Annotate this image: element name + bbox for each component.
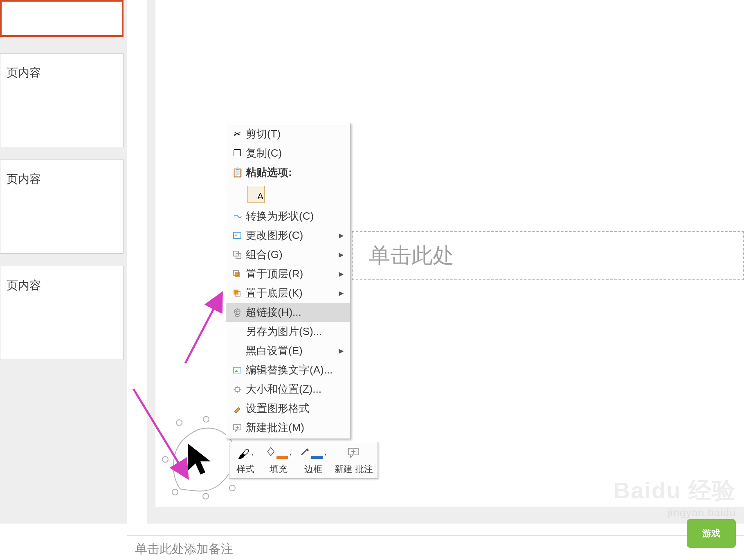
svg-point-9 [235,314,239,316]
thumbnail-text: 页内容 [4,167,43,191]
menu-copy[interactable]: ❐ 复制(C) [226,144,350,163]
shape-handle[interactable] [203,416,209,423]
scissors-icon: ✂ [229,129,246,139]
paste-text-icon: A [247,186,265,203]
menu-change-graphic[interactable]: 更改图形(C) ▶ [226,226,350,245]
svg-rect-12 [235,387,239,391]
notes-placeholder: 单击此处添加备注 [135,542,233,556]
menu-format-shape[interactable]: 设置图形格式 [226,399,350,418]
btn-label: 边框 [304,464,322,475]
format-icon [229,404,246,413]
brush-icon: 🖌 [238,447,250,461]
menu-send-back[interactable]: 置于底层(K) ▶ [226,283,350,303]
shape-handle[interactable] [162,456,169,463]
menu-label: 设置图形格式 [246,401,348,416]
menu-hyperlink[interactable]: 超链接(H)... [226,303,350,322]
svg-point-1 [235,234,237,236]
slide-thumbnail-panel: 页内容 页内容 页内容 [0,0,127,524]
chevron-down-icon: ▾ [324,452,326,457]
menu-edit-alt-text[interactable]: 编辑替换文字(A)... [226,360,350,380]
mini-toolbar: 🖌▾ 样式 ▾ 填充 ▾ 边框 新建 批注 [229,442,378,479]
toolbar-fill[interactable]: ▾ 填充 [263,444,294,476]
shape-handle[interactable] [202,493,209,499]
chevron-right-icon: ▶ [339,289,344,297]
group-icon [229,250,246,259]
copy-icon: ❐ [229,148,246,159]
menu-label: 复制(C) [246,146,348,160]
btn-label: 新建 批注 [335,464,373,475]
title-placeholder-text: 单击此处 [369,241,454,270]
title-placeholder[interactable]: 单击此处 [352,231,744,280]
paste-option-text[interactable]: A [226,182,350,207]
svg-rect-0 [234,233,241,238]
menu-new-comment[interactable]: 新建批注(M) [226,418,350,437]
paste-icon: 📋 [229,167,246,178]
chevron-right-icon: ▶ [339,347,344,355]
btn-label: 样式 [236,464,254,475]
chevron-right-icon: ▶ [339,232,344,239]
btn-label: 填充 [270,464,288,475]
menu-label: 组合(G) [246,247,339,262]
hyperlink-icon [229,308,246,317]
bring-front-icon [229,270,246,279]
fill-icon [265,447,288,462]
comment-icon [348,447,360,461]
menu-paste-options-header: 📋 粘贴选项: [226,163,350,182]
slide-thumbnail-4[interactable]: 页内容 [0,266,124,360]
chevron-right-icon: ▶ [339,251,344,259]
menu-group[interactable]: 组合(G) ▶ [226,245,350,264]
menu-save-as-picture[interactable]: 另存为图片(S)... [226,322,350,341]
menu-label: 置于底层(K) [246,286,339,300]
menu-label: 剪切(T) [246,127,348,141]
menu-label: 大小和位置(Z)... [246,382,348,396]
shape-handle[interactable] [172,489,178,495]
watermark: Baidu 经验 jingyan.baidu [614,475,736,519]
chevron-down-icon: ▾ [252,452,254,457]
toolbar-style[interactable]: 🖌▾ 样式 [232,444,259,476]
slide-thumbnail-1[interactable] [0,0,124,37]
menu-convert-shape[interactable]: 转换为形状(C) [226,207,350,226]
chevron-right-icon: ▶ [339,270,344,278]
chevron-down-icon: ▾ [290,452,292,457]
thumbnail-text: 页内容 [4,61,43,85]
watermark-url: jingyan.baidu [614,506,736,519]
toolbar-new-comment[interactable]: 新建 批注 [332,444,375,476]
comment-icon [229,423,246,432]
shape-handle[interactable] [229,485,236,491]
menu-label: 更改图形(C) [246,228,339,243]
thumbnail-text [6,9,10,17]
menu-label: 粘贴选项: [246,165,348,180]
corner-badge: 游戏 [687,519,736,548]
menu-label: 另存为图片(S)... [246,324,348,339]
menu-label: 编辑替换文字(A)... [246,363,348,377]
menu-bw-settings[interactable]: 黑白设置(E) ▶ [226,341,350,360]
svg-rect-4 [235,272,240,277]
alttext-icon [229,366,246,375]
menu-label: 新建批注(M) [246,421,348,435]
svg-marker-11 [234,370,238,372]
slide-thumbnail-2[interactable]: 页内容 [0,53,124,147]
send-back-icon [229,289,246,298]
watermark-logo: Baidu 经验 [614,475,736,506]
shape-handle[interactable] [176,419,182,426]
menu-cut[interactable]: ✂ 剪切(T) [226,124,350,144]
slide-thumbnail-3[interactable]: 页内容 [0,160,124,254]
toolbar-border[interactable]: ▾ 边框 [297,444,329,476]
menu-label: 超链接(H)... [246,305,348,319]
menu-bring-front[interactable]: 置于顶层(R) ▶ [226,264,350,283]
context-menu: ✂ 剪切(T) ❐ 复制(C) 📋 粘贴选项: A 转换为形状(C) 更改图形(… [226,123,351,439]
menu-label: 黑白设置(E) [246,344,339,358]
menu-size-position[interactable]: 大小和位置(Z)... [226,380,350,399]
notes-panel[interactable]: 单击此处添加备注 [127,535,744,560]
convert-icon [229,212,246,221]
border-icon [300,447,323,462]
menu-label: 置于顶层(R) [246,267,339,281]
menu-label: 转换为形状(C) [246,209,348,223]
svg-rect-6 [234,290,238,295]
thumbnail-text: 页内容 [4,274,43,297]
change-icon [229,231,246,240]
size-icon [229,385,246,394]
